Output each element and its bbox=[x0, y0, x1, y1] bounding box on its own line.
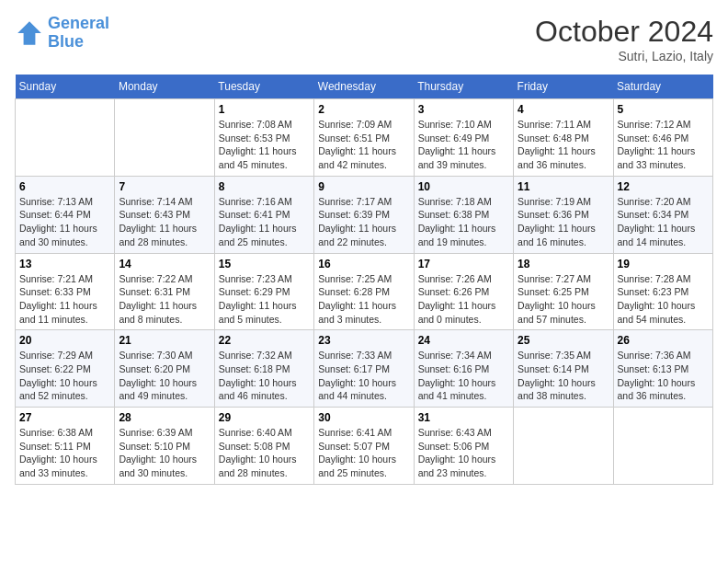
day-info: Sunrise: 7:26 AMSunset: 6:26 PMDaylight:… bbox=[418, 272, 509, 327]
day-info: Sunrise: 7:21 AMSunset: 6:33 PMDaylight:… bbox=[19, 272, 110, 327]
day-info: Sunrise: 7:30 AMSunset: 6:20 PMDaylight:… bbox=[119, 349, 210, 403]
day-info: Sunrise: 7:14 AMSunset: 6:43 PMDaylight:… bbox=[119, 195, 210, 249]
day-info: Sunrise: 7:12 AMSunset: 6:46 PMDaylight:… bbox=[618, 118, 709, 172]
day-of-week-header: Thursday bbox=[414, 75, 513, 99]
day-number: 31 bbox=[418, 411, 509, 424]
svg-marker-0 bbox=[17, 21, 41, 45]
day-info: Sunrise: 7:35 AMSunset: 6:14 PMDaylight:… bbox=[518, 349, 609, 403]
logo-icon bbox=[15, 18, 44, 48]
calendar-cell: 6Sunrise: 7:13 AMSunset: 6:44 PMDaylight… bbox=[16, 176, 115, 253]
day-info: Sunrise: 7:36 AMSunset: 6:13 PMDaylight:… bbox=[618, 349, 709, 403]
day-info: Sunrise: 7:20 AMSunset: 6:34 PMDaylight:… bbox=[618, 195, 709, 249]
calendar-week-row: 1Sunrise: 7:08 AMSunset: 6:53 PMDaylight… bbox=[16, 99, 713, 177]
day-number: 16 bbox=[318, 258, 409, 270]
location: Sutri, Lazio, Italy bbox=[535, 49, 713, 63]
day-info: Sunrise: 7:29 AMSunset: 6:22 PMDaylight:… bbox=[19, 349, 110, 403]
calendar-cell: 27Sunrise: 6:38 AMSunset: 5:11 PMDayligh… bbox=[16, 408, 115, 485]
calendar-body: 1Sunrise: 7:08 AMSunset: 6:53 PMDaylight… bbox=[16, 99, 713, 485]
logo-text: General Blue bbox=[48, 15, 109, 52]
day-info: Sunrise: 7:08 AMSunset: 6:53 PMDaylight:… bbox=[219, 118, 310, 172]
days-of-week-row: SundayMondayTuesdayWednesdayThursdayFrid… bbox=[16, 75, 713, 99]
logo-line2: Blue bbox=[48, 32, 84, 51]
day-info: Sunrise: 6:38 AMSunset: 5:11 PMDaylight:… bbox=[19, 426, 110, 480]
day-info: Sunrise: 7:23 AMSunset: 6:29 PMDaylight:… bbox=[219, 272, 310, 327]
calendar-cell: 24Sunrise: 7:34 AMSunset: 6:16 PMDayligh… bbox=[414, 330, 513, 408]
day-number: 3 bbox=[418, 103, 509, 116]
day-info: Sunrise: 7:17 AMSunset: 6:39 PMDaylight:… bbox=[318, 195, 409, 249]
calendar-cell: 31Sunrise: 6:43 AMSunset: 5:06 PMDayligh… bbox=[414, 408, 513, 485]
day-number: 11 bbox=[518, 180, 609, 193]
day-number: 29 bbox=[219, 411, 310, 424]
day-number: 17 bbox=[418, 258, 509, 270]
day-info: Sunrise: 7:16 AMSunset: 6:41 PMDaylight:… bbox=[219, 195, 310, 249]
day-number: 7 bbox=[119, 180, 210, 193]
day-info: Sunrise: 7:27 AMSunset: 6:25 PMDaylight:… bbox=[518, 272, 609, 327]
day-number: 20 bbox=[19, 334, 110, 347]
day-number: 8 bbox=[219, 180, 310, 193]
calendar-cell: 3Sunrise: 7:10 AMSunset: 6:49 PMDaylight… bbox=[414, 99, 513, 177]
calendar-cell: 4Sunrise: 7:11 AMSunset: 6:48 PMDaylight… bbox=[514, 99, 613, 177]
day-of-week-header: Tuesday bbox=[214, 75, 313, 99]
logo-line1: General bbox=[48, 14, 109, 32]
calendar-cell: 20Sunrise: 7:29 AMSunset: 6:22 PMDayligh… bbox=[16, 330, 115, 408]
day-number: 30 bbox=[318, 411, 409, 424]
day-info: Sunrise: 7:13 AMSunset: 6:44 PMDaylight:… bbox=[19, 195, 110, 249]
calendar-cell: 28Sunrise: 6:39 AMSunset: 5:10 PMDayligh… bbox=[115, 408, 214, 485]
calendar-cell: 16Sunrise: 7:25 AMSunset: 6:28 PMDayligh… bbox=[314, 253, 414, 330]
page-header: General Blue October 2024 Sutri, Lazio, … bbox=[15, 15, 713, 63]
day-info: Sunrise: 7:22 AMSunset: 6:31 PMDaylight:… bbox=[119, 272, 210, 327]
calendar-cell: 1Sunrise: 7:08 AMSunset: 6:53 PMDaylight… bbox=[214, 99, 313, 177]
calendar-cell: 14Sunrise: 7:22 AMSunset: 6:31 PMDayligh… bbox=[115, 253, 214, 330]
calendar-cell: 29Sunrise: 6:40 AMSunset: 5:08 PMDayligh… bbox=[214, 408, 313, 485]
calendar-cell: 12Sunrise: 7:20 AMSunset: 6:34 PMDayligh… bbox=[613, 176, 712, 253]
day-info: Sunrise: 7:18 AMSunset: 6:38 PMDaylight:… bbox=[418, 195, 509, 249]
calendar-week-row: 6Sunrise: 7:13 AMSunset: 6:44 PMDaylight… bbox=[16, 176, 713, 253]
day-number: 1 bbox=[219, 103, 310, 116]
calendar-week-row: 20Sunrise: 7:29 AMSunset: 6:22 PMDayligh… bbox=[16, 330, 713, 408]
day-of-week-header: Wednesday bbox=[314, 75, 414, 99]
day-number: 19 bbox=[618, 258, 709, 270]
calendar-cell: 23Sunrise: 7:33 AMSunset: 6:17 PMDayligh… bbox=[314, 330, 414, 408]
day-number: 15 bbox=[219, 258, 310, 270]
calendar-cell: 7Sunrise: 7:14 AMSunset: 6:43 PMDaylight… bbox=[115, 176, 214, 253]
title-block: October 2024 Sutri, Lazio, Italy bbox=[535, 15, 713, 63]
day-number: 25 bbox=[518, 334, 609, 347]
calendar-week-row: 27Sunrise: 6:38 AMSunset: 5:11 PMDayligh… bbox=[16, 408, 713, 485]
day-number: 6 bbox=[19, 180, 110, 193]
day-info: Sunrise: 6:39 AMSunset: 5:10 PMDaylight:… bbox=[119, 426, 210, 480]
day-number: 18 bbox=[518, 258, 609, 270]
day-number: 10 bbox=[418, 180, 509, 193]
calendar-cell: 5Sunrise: 7:12 AMSunset: 6:46 PMDaylight… bbox=[613, 99, 712, 177]
day-number: 9 bbox=[318, 180, 409, 193]
day-info: Sunrise: 6:43 AMSunset: 5:06 PMDaylight:… bbox=[418, 426, 509, 480]
calendar-cell: 15Sunrise: 7:23 AMSunset: 6:29 PMDayligh… bbox=[214, 253, 313, 330]
calendar-cell: 9Sunrise: 7:17 AMSunset: 6:39 PMDaylight… bbox=[314, 176, 414, 253]
day-number: 13 bbox=[19, 258, 110, 270]
day-number: 4 bbox=[518, 103, 609, 116]
day-number: 23 bbox=[318, 334, 409, 347]
calendar-cell: 25Sunrise: 7:35 AMSunset: 6:14 PMDayligh… bbox=[514, 330, 613, 408]
day-info: Sunrise: 7:09 AMSunset: 6:51 PMDaylight:… bbox=[318, 118, 409, 172]
day-number: 21 bbox=[119, 334, 210, 347]
day-info: Sunrise: 7:19 AMSunset: 6:36 PMDaylight:… bbox=[518, 195, 609, 249]
day-number: 22 bbox=[219, 334, 310, 347]
day-number: 26 bbox=[618, 334, 709, 347]
calendar-cell: 8Sunrise: 7:16 AMSunset: 6:41 PMDaylight… bbox=[214, 176, 313, 253]
calendar-cell: 19Sunrise: 7:28 AMSunset: 6:23 PMDayligh… bbox=[613, 253, 712, 330]
day-info: Sunrise: 7:28 AMSunset: 6:23 PMDaylight:… bbox=[618, 272, 709, 327]
calendar-cell bbox=[613, 408, 712, 485]
calendar-cell: 22Sunrise: 7:32 AMSunset: 6:18 PMDayligh… bbox=[214, 330, 313, 408]
calendar-cell: 21Sunrise: 7:30 AMSunset: 6:20 PMDayligh… bbox=[115, 330, 214, 408]
month-title: October 2024 bbox=[535, 15, 713, 49]
calendar-week-row: 13Sunrise: 7:21 AMSunset: 6:33 PMDayligh… bbox=[16, 253, 713, 330]
day-info: Sunrise: 7:10 AMSunset: 6:49 PMDaylight:… bbox=[418, 118, 509, 172]
calendar-header: SundayMondayTuesdayWednesdayThursdayFrid… bbox=[16, 75, 713, 99]
day-number: 24 bbox=[418, 334, 509, 347]
day-number: 2 bbox=[318, 103, 409, 116]
day-info: Sunrise: 7:34 AMSunset: 6:16 PMDaylight:… bbox=[418, 349, 509, 403]
logo: General Blue bbox=[15, 15, 109, 52]
calendar-cell bbox=[514, 408, 613, 485]
calendar-cell: 18Sunrise: 7:27 AMSunset: 6:25 PMDayligh… bbox=[514, 253, 613, 330]
calendar-cell: 17Sunrise: 7:26 AMSunset: 6:26 PMDayligh… bbox=[414, 253, 513, 330]
day-of-week-header: Saturday bbox=[613, 75, 712, 99]
